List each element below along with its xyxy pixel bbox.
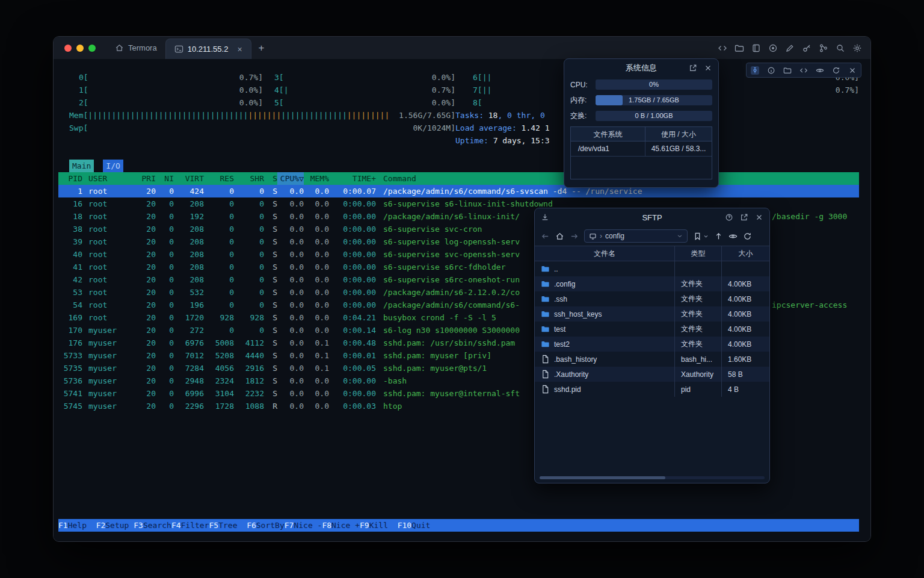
file-list: .. .config 文件夹 4.00KB [535,261,769,397]
fn-button[interactable]: F4Filter [171,519,209,532]
tab-home[interactable]: Termora [106,37,165,59]
refresh-icon[interactable] [832,66,840,75]
search-icon[interactable] [836,43,845,53]
info-icon[interactable] [767,66,775,75]
file-row[interactable]: .bash_history bash_hi... 1.60KB [535,352,769,367]
tab-close-icon[interactable]: × [237,45,242,54]
htop-tabs: Main I/O [54,160,870,172]
settings-icon[interactable] [852,43,862,53]
process-row[interactable]: 1 root 20 0 424 0 0 S 0.0 0.0 0:00.07 /p… [58,185,859,197]
column-pid[interactable]: PID [58,172,82,185]
file-icon [541,370,550,379]
column-ni[interactable]: NI [156,172,174,185]
cpu-meter-4: 4[|0.7%] [274,84,455,96]
file-row[interactable]: test 文件夹 4.00KB [535,322,769,337]
fn-button[interactable]: F3Search [134,519,171,532]
forward-icon[interactable] [570,232,579,241]
new-tab-button[interactable]: + [251,37,272,59]
current-directory: config [605,232,624,240]
zoom-window-button[interactable] [88,45,96,52]
fn-button[interactable]: F6SortBy [247,519,285,532]
key-icon[interactable] [802,43,812,53]
swap-usage-row: 交换: 0 B / 1.00GB [570,111,712,121]
fs-header-usage: 使用 / 大小 [645,127,712,141]
file-icon [541,385,550,394]
back-icon[interactable] [541,232,550,241]
file-row[interactable]: sshd.pid pid 4 B [535,382,769,397]
fn-button[interactable]: F5Tree [209,519,247,532]
horizontal-scrollbar[interactable] [540,476,765,479]
code-icon[interactable] [799,66,808,75]
home-icon[interactable] [555,232,564,241]
column-pri[interactable]: PRI [133,172,156,185]
column-mem[interactable]: MEM% [304,172,329,185]
code-icon[interactable] [718,43,727,53]
column-shr[interactable]: SHR [234,172,264,185]
home-icon [115,43,124,52]
fn-button[interactable]: F7Nice - [285,519,322,532]
close-icon[interactable] [755,213,763,222]
open-external-icon[interactable] [689,64,697,72]
column-time[interactable]: TIME+ [329,172,376,185]
chevron-down-icon[interactable] [677,233,683,239]
fn-button[interactable]: F8Nice + [322,519,360,532]
file-row[interactable]: ssh_host_keys 文件夹 4.00KB [535,306,769,322]
folder-icon [541,309,550,319]
edit-icon[interactable] [785,43,795,53]
column-res[interactable]: RES [204,172,234,185]
folder-icon [541,294,550,303]
close-window-button[interactable] [64,45,72,52]
command-overflow-fragment: /basedir -g 3000 [772,210,847,223]
column-type[interactable]: 类型 [674,246,721,261]
bookmark-icon[interactable] [693,232,702,241]
refresh-icon[interactable] [743,232,752,241]
traffic-lights [54,37,106,59]
folder-icon [541,279,550,288]
tab-main[interactable]: Main [69,160,94,172]
pin-icon[interactable] [751,66,759,75]
file-row[interactable]: test2 文件夹 4.00KB [535,337,769,352]
swap-meter-row: Swp[0K/1024M] Load average: 1.42 1 [69,122,859,134]
parent-directory-icon[interactable] [714,232,723,241]
system-info-titlebar: 系统信息 [564,59,718,77]
record-icon[interactable] [768,43,778,53]
fs-header-name: 文件系统 [571,127,645,141]
file-row[interactable]: .Xauthority Xauthority 58 B [535,367,769,382]
column-state[interactable]: S [264,172,277,185]
branch-icon[interactable] [819,43,828,53]
minimize-window-button[interactable] [76,45,84,52]
tab-io[interactable]: I/O [103,160,123,172]
column-virt[interactable]: VIRT [174,172,204,185]
uptime: Uptime: 7 days, 15:3 [455,134,550,147]
bookmark-control[interactable] [693,232,709,241]
folder-icon[interactable] [735,43,744,53]
chevron-down-icon[interactable] [703,234,709,239]
book-icon[interactable] [751,43,761,53]
folder-icon[interactable] [783,66,792,75]
column-size[interactable]: 大小 [721,246,769,261]
column-user[interactable]: USER [82,172,133,185]
scrollbar-thumb[interactable] [540,476,665,479]
file-row[interactable]: .config 文件夹 4.00KB [535,276,769,291]
close-icon[interactable] [704,64,712,72]
cpu-meter-3: 3[0.0%] [274,71,455,84]
window-toolbar [718,37,870,59]
htop-function-bar: F1Help F2Setup F3Search F4Filter F5Tree … [58,519,859,532]
help-icon[interactable] [725,213,733,222]
fn-button[interactable]: F9Kill [360,519,398,532]
column-filename[interactable]: 文件名 [535,246,674,261]
close-icon[interactable] [848,66,857,75]
tab-ssh-session[interactable]: 10.211.55.2 × [165,39,251,59]
eye-icon[interactable] [816,66,824,75]
file-row[interactable]: .ssh 文件夹 4.00KB [535,291,769,306]
column-cpu-sorted[interactable]: CPU%▽ [277,172,304,185]
fn-button[interactable]: F2Setup [96,519,134,532]
floating-mini-toolbar [746,63,861,78]
open-external-icon[interactable] [740,213,748,222]
file-row[interactable]: .. [535,261,769,276]
path-breadcrumb[interactable]: › config [584,229,688,243]
fn-button[interactable]: F1Help [58,519,96,532]
fn-button[interactable]: F10Quit [398,519,431,532]
show-hidden-icon[interactable] [728,232,738,241]
sftp-window: SFTP › config [534,208,770,483]
